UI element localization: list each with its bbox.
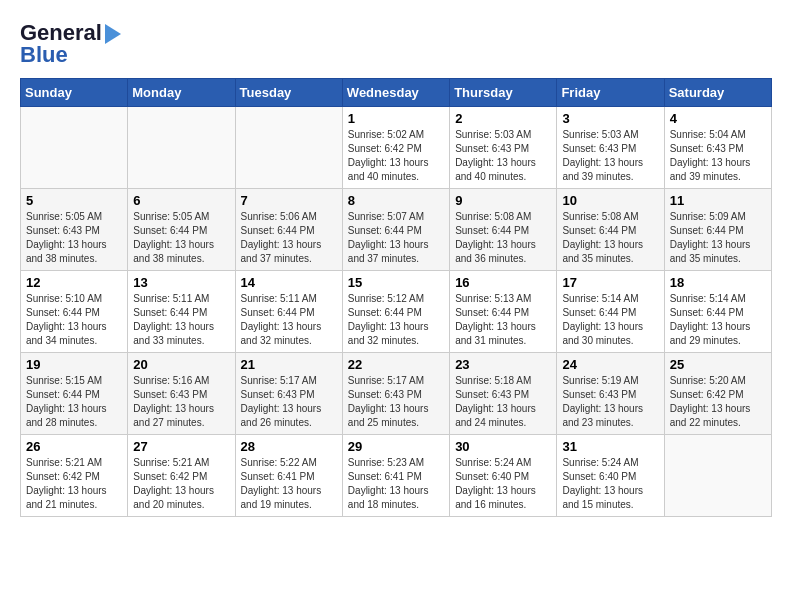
calendar-cell: 9Sunrise: 5:08 AM Sunset: 6:44 PM Daylig… [450,189,557,271]
day-number: 8 [348,193,444,208]
day-info: Sunrise: 5:11 AM Sunset: 6:44 PM Dayligh… [241,292,337,348]
day-info: Sunrise: 5:20 AM Sunset: 6:42 PM Dayligh… [670,374,766,430]
day-number: 31 [562,439,658,454]
calendar-cell: 25Sunrise: 5:20 AM Sunset: 6:42 PM Dayli… [664,353,771,435]
day-number: 26 [26,439,122,454]
day-info: Sunrise: 5:19 AM Sunset: 6:43 PM Dayligh… [562,374,658,430]
day-number: 17 [562,275,658,290]
calendar-cell: 14Sunrise: 5:11 AM Sunset: 6:44 PM Dayli… [235,271,342,353]
calendar-cell: 6Sunrise: 5:05 AM Sunset: 6:44 PM Daylig… [128,189,235,271]
day-number: 10 [562,193,658,208]
day-info: Sunrise: 5:04 AM Sunset: 6:43 PM Dayligh… [670,128,766,184]
calendar-cell: 18Sunrise: 5:14 AM Sunset: 6:44 PM Dayli… [664,271,771,353]
day-header-friday: Friday [557,79,664,107]
day-info: Sunrise: 5:03 AM Sunset: 6:43 PM Dayligh… [562,128,658,184]
calendar-cell [664,435,771,517]
day-info: Sunrise: 5:06 AM Sunset: 6:44 PM Dayligh… [241,210,337,266]
calendar-cell: 17Sunrise: 5:14 AM Sunset: 6:44 PM Dayli… [557,271,664,353]
calendar-cell: 28Sunrise: 5:22 AM Sunset: 6:41 PM Dayli… [235,435,342,517]
day-info: Sunrise: 5:10 AM Sunset: 6:44 PM Dayligh… [26,292,122,348]
day-number: 16 [455,275,551,290]
calendar-cell [128,107,235,189]
calendar-cell: 20Sunrise: 5:16 AM Sunset: 6:43 PM Dayli… [128,353,235,435]
day-header-wednesday: Wednesday [342,79,449,107]
day-header-sunday: Sunday [21,79,128,107]
calendar-cell [235,107,342,189]
day-info: Sunrise: 5:15 AM Sunset: 6:44 PM Dayligh… [26,374,122,430]
day-info: Sunrise: 5:23 AM Sunset: 6:41 PM Dayligh… [348,456,444,512]
day-info: Sunrise: 5:24 AM Sunset: 6:40 PM Dayligh… [455,456,551,512]
calendar-cell: 2Sunrise: 5:03 AM Sunset: 6:43 PM Daylig… [450,107,557,189]
day-info: Sunrise: 5:08 AM Sunset: 6:44 PM Dayligh… [562,210,658,266]
day-number: 14 [241,275,337,290]
day-info: Sunrise: 5:17 AM Sunset: 6:43 PM Dayligh… [241,374,337,430]
week-row-4: 19Sunrise: 5:15 AM Sunset: 6:44 PM Dayli… [21,353,772,435]
day-info: Sunrise: 5:17 AM Sunset: 6:43 PM Dayligh… [348,374,444,430]
day-header-monday: Monday [128,79,235,107]
day-number: 19 [26,357,122,372]
calendar-cell: 24Sunrise: 5:19 AM Sunset: 6:43 PM Dayli… [557,353,664,435]
day-info: Sunrise: 5:24 AM Sunset: 6:40 PM Dayligh… [562,456,658,512]
week-row-5: 26Sunrise: 5:21 AM Sunset: 6:42 PM Dayli… [21,435,772,517]
calendar-cell: 26Sunrise: 5:21 AM Sunset: 6:42 PM Dayli… [21,435,128,517]
day-info: Sunrise: 5:03 AM Sunset: 6:43 PM Dayligh… [455,128,551,184]
calendar-cell: 1Sunrise: 5:02 AM Sunset: 6:42 PM Daylig… [342,107,449,189]
day-number: 28 [241,439,337,454]
week-row-2: 5Sunrise: 5:05 AM Sunset: 6:43 PM Daylig… [21,189,772,271]
day-info: Sunrise: 5:07 AM Sunset: 6:44 PM Dayligh… [348,210,444,266]
calendar-table: SundayMondayTuesdayWednesdayThursdayFrid… [20,78,772,517]
day-number: 20 [133,357,229,372]
calendar-cell: 30Sunrise: 5:24 AM Sunset: 6:40 PM Dayli… [450,435,557,517]
day-number: 4 [670,111,766,126]
calendar-cell: 10Sunrise: 5:08 AM Sunset: 6:44 PM Dayli… [557,189,664,271]
day-header-tuesday: Tuesday [235,79,342,107]
day-number: 29 [348,439,444,454]
day-info: Sunrise: 5:12 AM Sunset: 6:44 PM Dayligh… [348,292,444,348]
header-row: SundayMondayTuesdayWednesdayThursdayFrid… [21,79,772,107]
day-number: 30 [455,439,551,454]
calendar-cell: 4Sunrise: 5:04 AM Sunset: 6:43 PM Daylig… [664,107,771,189]
day-number: 2 [455,111,551,126]
calendar-cell: 23Sunrise: 5:18 AM Sunset: 6:43 PM Dayli… [450,353,557,435]
day-number: 11 [670,193,766,208]
logo-blue: Blue [20,42,68,68]
calendar-cell: 12Sunrise: 5:10 AM Sunset: 6:44 PM Dayli… [21,271,128,353]
calendar-cell: 13Sunrise: 5:11 AM Sunset: 6:44 PM Dayli… [128,271,235,353]
day-number: 25 [670,357,766,372]
day-number: 13 [133,275,229,290]
calendar-cell: 31Sunrise: 5:24 AM Sunset: 6:40 PM Dayli… [557,435,664,517]
day-info: Sunrise: 5:14 AM Sunset: 6:44 PM Dayligh… [670,292,766,348]
day-info: Sunrise: 5:14 AM Sunset: 6:44 PM Dayligh… [562,292,658,348]
calendar-cell: 15Sunrise: 5:12 AM Sunset: 6:44 PM Dayli… [342,271,449,353]
day-number: 22 [348,357,444,372]
calendar-cell: 5Sunrise: 5:05 AM Sunset: 6:43 PM Daylig… [21,189,128,271]
day-number: 18 [670,275,766,290]
calendar-cell: 27Sunrise: 5:21 AM Sunset: 6:42 PM Dayli… [128,435,235,517]
calendar-cell: 22Sunrise: 5:17 AM Sunset: 6:43 PM Dayli… [342,353,449,435]
day-number: 6 [133,193,229,208]
calendar-cell: 3Sunrise: 5:03 AM Sunset: 6:43 PM Daylig… [557,107,664,189]
day-number: 27 [133,439,229,454]
day-info: Sunrise: 5:21 AM Sunset: 6:42 PM Dayligh… [133,456,229,512]
day-number: 5 [26,193,122,208]
calendar-cell [21,107,128,189]
day-number: 24 [562,357,658,372]
calendar-cell: 8Sunrise: 5:07 AM Sunset: 6:44 PM Daylig… [342,189,449,271]
day-number: 9 [455,193,551,208]
week-row-3: 12Sunrise: 5:10 AM Sunset: 6:44 PM Dayli… [21,271,772,353]
day-number: 3 [562,111,658,126]
day-info: Sunrise: 5:08 AM Sunset: 6:44 PM Dayligh… [455,210,551,266]
day-number: 15 [348,275,444,290]
day-number: 23 [455,357,551,372]
week-row-1: 1Sunrise: 5:02 AM Sunset: 6:42 PM Daylig… [21,107,772,189]
calendar-cell: 19Sunrise: 5:15 AM Sunset: 6:44 PM Dayli… [21,353,128,435]
day-info: Sunrise: 5:21 AM Sunset: 6:42 PM Dayligh… [26,456,122,512]
day-info: Sunrise: 5:22 AM Sunset: 6:41 PM Dayligh… [241,456,337,512]
calendar-cell: 21Sunrise: 5:17 AM Sunset: 6:43 PM Dayli… [235,353,342,435]
calendar-cell: 7Sunrise: 5:06 AM Sunset: 6:44 PM Daylig… [235,189,342,271]
day-info: Sunrise: 5:09 AM Sunset: 6:44 PM Dayligh… [670,210,766,266]
calendar-cell: 11Sunrise: 5:09 AM Sunset: 6:44 PM Dayli… [664,189,771,271]
day-info: Sunrise: 5:02 AM Sunset: 6:42 PM Dayligh… [348,128,444,184]
day-header-saturday: Saturday [664,79,771,107]
logo: General Blue [20,20,121,68]
